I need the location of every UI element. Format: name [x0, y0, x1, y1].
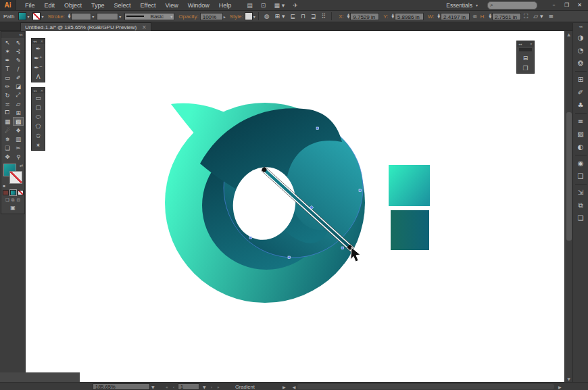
close-icon[interactable]: ✕ — [41, 89, 43, 93]
close-icon[interactable]: ✕ — [41, 39, 43, 43]
zoom-tool[interactable]: ⚲ — [13, 152, 24, 161]
rectangle-tool[interactable]: ▭ — [2, 73, 13, 82]
app-logo[interactable]: Ai — [0, 0, 16, 10]
menu-file[interactable]: File — [20, 2, 40, 9]
brush-definition-dropdown[interactable]: Basic ▾ — [124, 13, 174, 20]
previous-artboard-button[interactable]: ‹ — [172, 385, 176, 389]
select-similar-icon[interactable]: ⊞ ▾ — [275, 13, 285, 20]
align-left-icon[interactable]: ⊑ — [291, 13, 296, 20]
y-field[interactable]: 5.8986 in — [395, 13, 424, 20]
mesh-tool[interactable]: ▦ — [2, 117, 13, 126]
transparency-panel-icon[interactable]: ◐ — [574, 141, 588, 153]
transform-panel-icon[interactable]: ⛶ — [524, 13, 528, 20]
scroll-up-icon[interactable]: ▲ — [565, 32, 572, 36]
default-fill-stroke-icon[interactable]: ▪ — [3, 183, 5, 188]
tab-close-icon[interactable]: × — [142, 24, 147, 30]
application-layout-icon[interactable]: ▦ ▾ — [274, 2, 285, 9]
close-icon[interactable]: ✕ — [530, 42, 533, 46]
gradient-panel-icon[interactable]: ▧ — [574, 128, 588, 141]
perspective-grid-tool[interactable]: ⊞ — [13, 108, 24, 117]
artboard-tool[interactable]: ❏ — [2, 143, 13, 152]
symbols-panel-icon[interactable]: ♣ — [574, 99, 588, 112]
dock-expand-button[interactable]: ◂◂ — [573, 23, 588, 31]
swatches-panel-icon[interactable]: ⊞ — [574, 73, 588, 86]
recolor-artwork-icon[interactable]: ◍ — [264, 13, 270, 20]
h-stepper[interactable]: ▲▼ — [489, 14, 491, 20]
search-input[interactable]: ⌕ — [487, 1, 537, 9]
stroke-weight-stepper[interactable]: ▲▼ — [68, 14, 70, 20]
chevron-down-icon[interactable]: ▾ — [27, 14, 29, 19]
chevron-right-icon[interactable]: ▸ — [224, 14, 226, 19]
gradient-tool[interactable]: ▧ — [13, 117, 24, 126]
status-next-icon[interactable]: ▶ — [281, 385, 287, 389]
curvature-tool[interactable]: ✎ — [13, 55, 24, 64]
menu-view[interactable]: View — [160, 2, 182, 9]
transform-grid-icon[interactable]: ⠿ — [322, 13, 326, 20]
add-anchor-point-tool[interactable]: ✒⁺ — [32, 53, 45, 63]
none-button[interactable] — [18, 190, 24, 195]
menu-edit[interactable]: Edit — [40, 2, 60, 9]
opacity-field[interactable]: 100% — [200, 13, 223, 20]
swap-fill-stroke-icon[interactable]: ⇄ — [20, 163, 23, 168]
next-artboard-button[interactable]: › — [210, 385, 214, 389]
convert-anchor-point-tool[interactable]: Λ — [32, 72, 45, 82]
stroke-swatch[interactable] — [9, 171, 22, 184]
rounded-rectangle-tool[interactable]: ▢ — [32, 103, 45, 112]
menu-type[interactable]: Type — [87, 2, 109, 9]
type-tool[interactable]: T — [2, 64, 13, 73]
stroke-color-swatch[interactable] — [32, 12, 41, 20]
lasso-tool[interactable]: ⊰ — [13, 47, 24, 55]
gradient-button[interactable] — [10, 190, 16, 195]
pathfinder-panel-icon[interactable]: ❐ — [517, 63, 534, 73]
draw-inside-mode[interactable]: ⊡ — [17, 197, 20, 203]
scroll-down-icon[interactable]: ▼ — [565, 376, 572, 381]
screen-mode-button[interactable]: ▣ — [1, 203, 24, 214]
free-transform-tool[interactable]: ▱ — [13, 99, 24, 108]
transform-panel-icon[interactable]: ⊟ — [517, 53, 534, 63]
chevron-down-icon[interactable]: ▾ — [41, 14, 43, 19]
layers-panel-icon[interactable]: ⧉ — [574, 199, 588, 212]
menu-effect[interactable]: Effect — [136, 2, 161, 9]
align-center-icon[interactable]: ⊓ — [301, 13, 305, 20]
blend-tool[interactable]: ❖ — [13, 126, 24, 135]
menu-object[interactable]: Object — [59, 2, 87, 9]
zoom-dropdown-icon[interactable]: ▼ — [150, 385, 156, 389]
color-guide-icon[interactable]: ◔ — [574, 44, 588, 57]
draw-behind-mode[interactable]: ⧉ — [11, 197, 15, 203]
pen-tool[interactable]: ✒ — [2, 55, 13, 64]
graphic-styles-icon[interactable]: ❑ — [574, 170, 588, 182]
pencil-tool[interactable]: ✏ — [2, 82, 13, 91]
document-icon[interactable]: ▤ — [247, 2, 253, 9]
collapse-icon[interactable]: ◂◂ — [518, 42, 522, 46]
horizontal-scroll-thumb[interactable] — [297, 384, 554, 389]
artboard-dropdown-icon[interactable]: ▼ — [201, 385, 207, 389]
x-stepper[interactable]: ▲▼ — [347, 14, 349, 20]
color-panel-icon[interactable]: ◑ — [574, 31, 588, 44]
close-button[interactable]: ✕ — [574, 1, 585, 9]
chevron-down-icon[interactable]: ▾ — [253, 14, 255, 19]
menu-help[interactable]: Help — [214, 2, 237, 9]
artboard-number-field[interactable]: 1 — [178, 383, 199, 390]
constrain-proportions-icon[interactable]: ∞ — [472, 13, 478, 20]
fill-color-swatch[interactable] — [18, 12, 26, 20]
stroke-weight-field[interactable] — [71, 13, 91, 20]
canvas[interactable]: ◂◂ ✕ ✒✒⁺✒⁻Λ ◂◂ ✕ ▭▢⬭⬠✩✴ ◂◂ ✕ — [26, 31, 564, 382]
document-tab[interactable]: Untitled-1.ai* @ 185.65% (RGB/GPU Previe… — [20, 22, 151, 31]
menu-select[interactable]: Select — [109, 2, 136, 9]
vertical-scroll-thumb[interactable] — [566, 112, 572, 241]
export-panel-icon[interactable]: ⇲ — [574, 186, 588, 199]
scale-tool[interactable]: ⤢ — [13, 91, 24, 99]
color-button[interactable] — [3, 190, 9, 195]
rotate-tool[interactable]: ↻ — [2, 91, 13, 99]
logo-artwork[interactable] — [165, 103, 365, 303]
brushes-panel-icon[interactable]: ✐ — [574, 86, 588, 99]
w-field[interactable]: 2.4197 in — [441, 13, 470, 20]
h-field[interactable]: 2.7561 in — [492, 13, 521, 20]
pen-tool[interactable]: ✒ — [32, 44, 45, 53]
selection-tool[interactable]: ↖ — [2, 38, 13, 47]
polygon-tool[interactable]: ⬠ — [32, 122, 45, 131]
style-swatch[interactable] — [245, 12, 253, 20]
line-segment-tool[interactable]: ∕ — [13, 64, 24, 73]
rectangle-tool[interactable]: ▭ — [32, 93, 45, 103]
gradient-swatch-squares[interactable] — [389, 165, 430, 250]
